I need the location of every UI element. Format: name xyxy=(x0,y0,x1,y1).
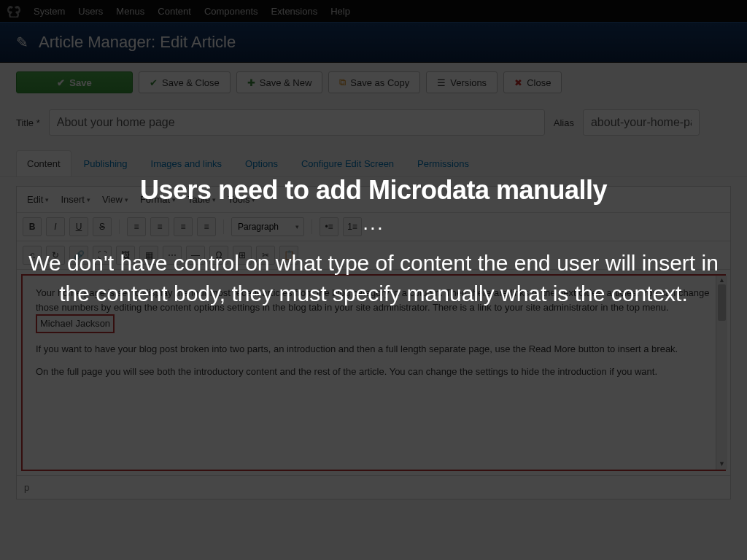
slide-body: We don't have control on what type of co… xyxy=(23,248,724,309)
slide-headline: Users need to add Microdata manually xyxy=(140,175,607,206)
slide-ellipsis: ... xyxy=(363,211,384,235)
slide-caption: Users need to add Microdata manually ...… xyxy=(0,0,747,560)
